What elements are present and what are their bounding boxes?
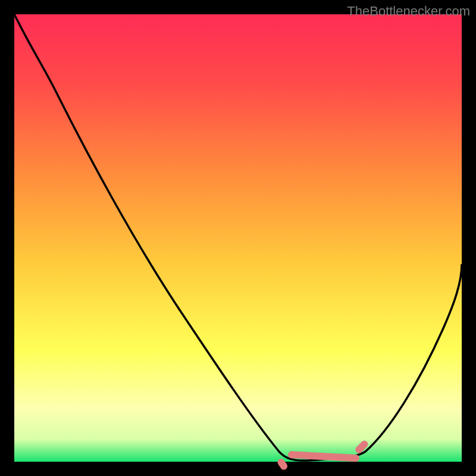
chart-frame	[14, 14, 462, 462]
bottleneck-curve	[14, 14, 462, 462]
watermark-text: TheBottlenecker.com	[347, 4, 470, 19]
